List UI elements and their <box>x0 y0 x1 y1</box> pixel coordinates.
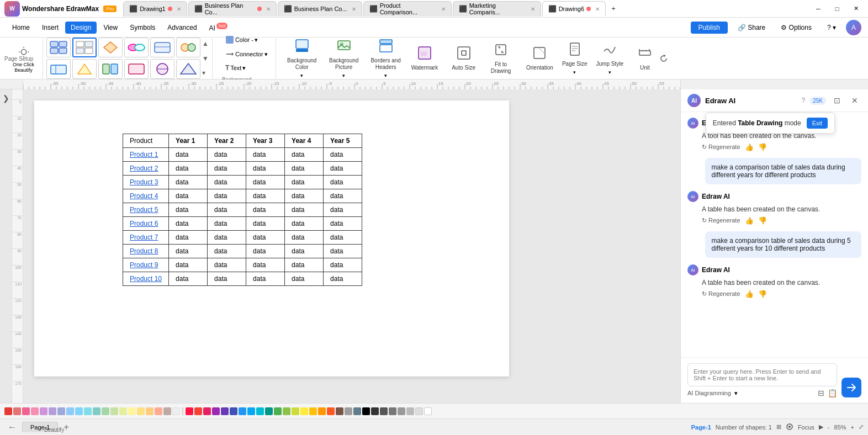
table-cell-data[interactable]: data <box>285 203 324 217</box>
color-palette-item-30[interactable] <box>274 407 282 415</box>
background-picture-button[interactable]: Background Picture ▾ <box>323 35 365 82</box>
connector-dropdown[interactable]: Connector ▾ <box>222 48 271 60</box>
table-cell-data[interactable]: data <box>246 189 285 203</box>
user-avatar[interactable]: A <box>846 20 861 35</box>
regenerate-button-2[interactable]: ↻ Regenerate <box>702 217 740 224</box>
table-cell-data[interactable]: data <box>169 258 208 272</box>
table-cell-data[interactable]: data <box>285 258 324 272</box>
fit-view-button[interactable]: ⤢ <box>859 423 864 431</box>
shape-style-11[interactable] <box>150 59 174 79</box>
table-row[interactable]: Product 2datadatadatadatadata <box>123 162 362 176</box>
table-cell-product[interactable]: Product 10 <box>123 272 169 286</box>
minimize-button[interactable]: ─ <box>811 3 826 14</box>
table-cell-data[interactable]: data <box>285 176 324 189</box>
table-cell-product[interactable]: Product 1 <box>123 148 169 162</box>
page-setup-refresh[interactable] <box>659 54 668 63</box>
orientation-button[interactable]: Orientation <box>522 42 558 75</box>
table-cell-data[interactable]: data <box>324 189 362 203</box>
color-palette-item-42[interactable] <box>380 407 388 415</box>
table-row[interactable]: Product 3datadatadatadatadata <box>123 176 362 189</box>
ai-send-button[interactable] <box>841 378 861 397</box>
table-cell-data[interactable]: data <box>246 203 285 217</box>
table-cell-data[interactable]: data <box>169 176 208 189</box>
ai-minimize-button[interactable]: ⊡ <box>830 94 844 107</box>
color-palette-item-45[interactable] <box>406 407 414 415</box>
table-cell-data[interactable]: data <box>285 272 324 286</box>
shape-style-3[interactable] <box>98 38 123 57</box>
table-cell-data[interactable]: data <box>169 203 208 217</box>
text-dropdown[interactable]: T Text ▾ <box>222 62 250 73</box>
table-row[interactable]: Product 1datadatadatadatadata <box>123 148 362 162</box>
table-row[interactable]: Product 4datadatadatadatadata <box>123 189 362 203</box>
color-dropdown[interactable]: Color - ▾ <box>222 34 261 46</box>
share-button[interactable]: 🔗 Share <box>732 22 771 34</box>
regenerate-button-1[interactable]: ↻ Regenerate <box>702 144 740 151</box>
table-cell-data[interactable]: data <box>169 245 208 258</box>
color-palette-item-46[interactable] <box>415 407 423 415</box>
color-palette-item-10[interactable] <box>93 407 100 415</box>
comparison-table[interactable]: Product Year 1 Year 2 Year 3 Year 4 Year… <box>123 134 362 286</box>
color-palette-item-21[interactable] <box>194 407 202 415</box>
color-palette-item-37[interactable] <box>336 407 343 415</box>
color-palette-item-38[interactable] <box>345 407 352 415</box>
table-cell-product[interactable]: Product 5 <box>123 203 169 217</box>
table-cell-data[interactable]: data <box>208 176 246 189</box>
color-palette-item-15[interactable] <box>137 407 145 415</box>
table-cell-data[interactable]: data <box>208 148 246 162</box>
tab-drawing6[interactable]: ⬛ Drawing6 ✕ <box>542 1 606 17</box>
color-palette-item-27[interactable] <box>247 407 255 415</box>
exit-mode-button[interactable]: Exit <box>807 118 828 129</box>
table-cell-data[interactable]: data <box>169 272 208 286</box>
color-palette-item-8[interactable] <box>75 407 83 415</box>
table-cell-data[interactable]: data <box>324 176 362 189</box>
auto-size-button[interactable]: Auto Size <box>447 42 480 75</box>
table-cell-data[interactable]: data <box>285 217 324 231</box>
table-cell-data[interactable]: data <box>285 231 324 245</box>
table-cell-data[interactable]: data <box>324 203 362 217</box>
table-cell-data[interactable]: data <box>324 258 362 272</box>
color-palette-item-3[interactable] <box>31 407 39 415</box>
table-cell-data[interactable]: data <box>246 217 285 231</box>
table-cell-data[interactable]: data <box>169 217 208 231</box>
table-cell-data[interactable]: data <box>324 148 362 162</box>
table-row[interactable]: Product 5datadatadatadatadata <box>123 203 362 217</box>
shape-style-6[interactable] <box>176 38 200 57</box>
color-palette-item-9[interactable] <box>84 407 92 415</box>
shape-style-1[interactable] <box>46 38 71 57</box>
table-cell-data[interactable]: data <box>208 231 246 245</box>
color-palette-item-40[interactable] <box>362 407 370 415</box>
tab-business1[interactable]: ⬛ Business Plan Co... ✕ <box>188 1 277 17</box>
table-cell-product[interactable]: Product 3 <box>123 176 169 189</box>
color-palette-item-28[interactable] <box>256 407 264 415</box>
thumbdown-button-1[interactable]: 👎 <box>758 143 767 151</box>
options-button[interactable]: ⚙ Options <box>775 22 817 34</box>
color-palette-item-35[interactable] <box>318 407 326 415</box>
table-cell-data[interactable]: data <box>208 258 246 272</box>
table-cell-data[interactable]: data <box>324 231 362 245</box>
table-row[interactable]: Product 10datadatadatadatadata <box>123 272 362 286</box>
fit-to-drawing-button[interactable]: Fit to Drawing <box>480 39 522 78</box>
table-cell-data[interactable]: data <box>246 148 285 162</box>
shape-scroll-down[interactable]: ▼ <box>202 55 209 62</box>
table-cell-data[interactable]: data <box>285 245 324 258</box>
table-row[interactable]: Product 6datadatadatadatadata <box>123 217 362 231</box>
menu-design[interactable]: Design <box>65 22 97 34</box>
watermark-button[interactable]: W Watermark <box>407 42 443 75</box>
thumbup-button-2[interactable]: 👍 <box>745 216 754 225</box>
color-palette-item-22[interactable] <box>203 407 211 415</box>
table-cell-data[interactable]: data <box>285 189 324 203</box>
table-cell-data[interactable]: data <box>324 245 362 258</box>
focus-button[interactable] <box>786 423 793 432</box>
table-cell-data[interactable]: data <box>246 162 285 176</box>
shape-scroll-up[interactable]: ▲ <box>202 40 209 47</box>
table-cell-data[interactable]: data <box>324 272 362 286</box>
add-page-button[interactable]: ← <box>4 422 20 432</box>
table-cell-data[interactable]: data <box>208 203 246 217</box>
color-palette-item-31[interactable] <box>283 407 290 415</box>
menu-view[interactable]: View <box>98 22 123 34</box>
tab-business2[interactable]: ⬛ Business Plan Co... ✕ <box>278 1 362 17</box>
table-cell-data[interactable]: data <box>169 162 208 176</box>
color-palette-item-24[interactable] <box>221 407 229 415</box>
tab-product[interactable]: ⬛ Product Comparison... ✕ <box>363 1 452 17</box>
table-cell-data[interactable]: data <box>208 272 246 286</box>
